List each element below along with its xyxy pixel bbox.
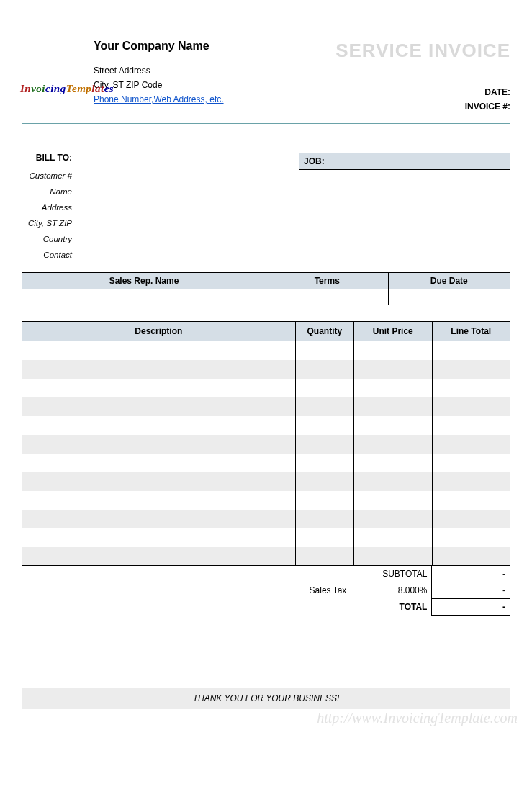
item-cell: [354, 397, 432, 416]
meta-header-terms: Terms: [266, 273, 389, 289]
item-cell: [354, 341, 432, 360]
divider: [22, 122, 510, 124]
items-table: Description Quantity Unit Price Line Tot…: [22, 321, 510, 566]
item-cell: [432, 510, 510, 528]
item-cell: [22, 397, 296, 416]
logo: InvoicingTemplates: [20, 83, 114, 95]
item-cell: [295, 528, 353, 547]
subtotal-label: SUBTOTAL: [353, 566, 432, 582]
item-cell: [22, 472, 296, 491]
item-cell: [22, 360, 296, 379]
items-header-quantity: Quantity: [295, 322, 353, 341]
header-right: SERVICE INVOICE DATE: INVOICE #:: [335, 40, 510, 116]
billto-label-contact: Contact: [22, 251, 72, 259]
item-cell: [432, 416, 510, 435]
item-cell: [295, 360, 353, 379]
item-cell: [295, 435, 353, 454]
item-row: [22, 397, 510, 416]
item-cell: [295, 341, 353, 360]
salestax-rate: 8.000%: [353, 582, 432, 599]
item-cell: [354, 454, 432, 472]
item-row: [22, 379, 510, 397]
item-row: [22, 416, 510, 435]
item-cell: [22, 547, 296, 566]
total-value: -: [432, 599, 510, 616]
item-row: [22, 454, 510, 472]
item-cell: [295, 510, 353, 528]
item-cell: [432, 360, 510, 379]
item-cell: [22, 379, 296, 397]
meta-duedate: [388, 289, 510, 305]
billto-label-name: Name: [22, 187, 72, 196]
totals-table: SUBTOTAL - Sales Tax 8.000% - TOTAL -: [22, 566, 510, 616]
item-cell: [295, 547, 353, 566]
meta-table: Sales Rep. Name Terms Due Date: [22, 272, 510, 305]
invoice-page: InvoicingTemplates Your Company Name Str…: [0, 0, 532, 731]
item-cell: [432, 341, 510, 360]
job-label: JOB:: [299, 153, 510, 170]
item-cell: [22, 435, 296, 454]
item-cell: [22, 510, 296, 528]
item-cell: [432, 491, 510, 510]
item-cell: [432, 528, 510, 547]
billto-label-customer: Customer #: [22, 171, 72, 180]
item-cell: [22, 491, 296, 510]
item-row: [22, 360, 510, 379]
item-row: [22, 491, 510, 510]
item-row: [22, 472, 510, 491]
item-row: [22, 510, 510, 528]
item-cell: [432, 454, 510, 472]
item-cell: [354, 360, 432, 379]
billto-label-country: Country: [22, 235, 72, 243]
salestax-label: Sales Tax: [295, 582, 353, 599]
items-header-description: Description: [22, 322, 296, 341]
total-label: TOTAL: [353, 599, 432, 616]
item-cell: [295, 416, 353, 435]
item-cell: [22, 416, 296, 435]
item-cell: [354, 528, 432, 547]
invoice-no-label: INVOICE #:: [465, 102, 510, 112]
item-cell: [295, 491, 353, 510]
item-cell: [22, 454, 296, 472]
billto-label-citystzip: City, ST ZIP: [22, 219, 72, 228]
item-cell: [354, 416, 432, 435]
billto-job-section: BILL TO: Customer # Name Address City, S…: [22, 153, 510, 266]
header: Your Company Name Street Address City, S…: [22, 40, 510, 116]
company-name: Your Company Name: [94, 40, 224, 53]
item-cell: [354, 472, 432, 491]
item-cell: [295, 472, 353, 491]
job-box: JOB:: [299, 153, 510, 266]
meta-row: [22, 289, 510, 305]
watermark: http://www.InvoicingTemplate.com: [317, 710, 518, 726]
date-label: DATE:: [484, 87, 510, 97]
contact-link[interactable]: Phone Number,Web Address, etc.: [94, 94, 224, 104]
meta-salesrep: [22, 289, 266, 305]
item-cell: [432, 547, 510, 566]
item-row: [22, 528, 510, 547]
meta-header-duedate: Due Date: [388, 273, 510, 289]
item-row: [22, 341, 510, 360]
company-block: Your Company Name Street Address City, S…: [22, 40, 224, 109]
item-cell: [295, 454, 353, 472]
item-cell: [432, 435, 510, 454]
item-cell: [295, 379, 353, 397]
items-header-linetotal: Line Total: [432, 322, 510, 341]
item-row: [22, 435, 510, 454]
item-cell: [22, 528, 296, 547]
invoice-title: SERVICE INVOICE: [335, 40, 510, 62]
meta-terms: [266, 289, 389, 305]
thank-you-footer: THANK YOU FOR YOUR BUSINESS!: [22, 688, 510, 709]
meta-header-salesrep: Sales Rep. Name: [22, 273, 266, 289]
billto-label-address: Address: [22, 203, 72, 212]
item-cell: [354, 379, 432, 397]
item-cell: [354, 547, 432, 566]
street-address: Street Address: [94, 66, 224, 76]
item-cell: [432, 472, 510, 491]
bill-to-title: BILL TO:: [22, 153, 72, 163]
item-cell: [354, 491, 432, 510]
salestax-value: -: [432, 582, 510, 599]
item-cell: [295, 397, 353, 416]
item-cell: [22, 341, 296, 360]
items-header-unitprice: Unit Price: [354, 322, 432, 341]
item-cell: [432, 379, 510, 397]
